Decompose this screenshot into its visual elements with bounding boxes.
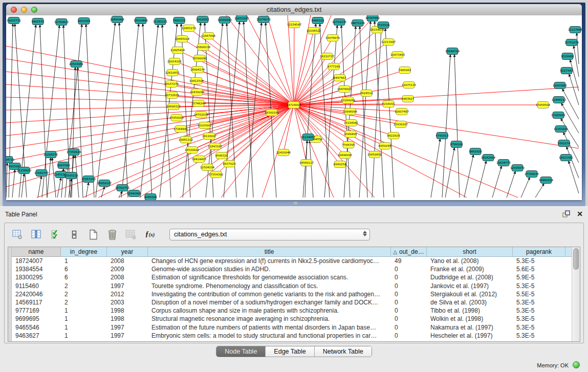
graph-edge[interactable] [569,74,579,105]
graph-node[interactable]: 9405572 [32,18,45,25]
graph-node[interactable]: 14962204 [539,177,553,184]
table-cell[interactable]: Dudbridge et al. (2008) [427,273,513,281]
table-cell[interactable]: 22420046 [12,290,61,298]
graph-edge[interactable] [294,25,294,105]
table-cell[interactable]: 1997 [107,332,148,340]
graph-edge[interactable] [570,60,579,91]
graph-node[interactable]: 15938167 [394,121,408,128]
table-row[interactable]: 1830029562008Estimation of significance … [12,273,572,281]
graph-edge[interactable] [6,163,7,198]
table-cell[interactable]: 6 [61,273,107,281]
column-header-year[interactable]: year [107,247,148,257]
graph-node[interactable]: 9777169 [328,63,340,70]
graph-node[interactable]: 15194942 [344,120,358,126]
graph-node[interactable]: 9245008 [144,194,157,201]
graph-edge[interactable] [535,184,544,198]
table-cell[interactable]: 2 [61,290,107,298]
table-cell[interactable]: Nakamura et al. (1997) [427,323,513,332]
graph-node[interactable]: 16520822 [185,147,199,154]
column-header-pagerank[interactable]: pagerank [513,247,565,257]
graph-node[interactable]: 3624514 [360,90,373,97]
graph-edge[interactable] [492,166,502,198]
graph-edge[interactable] [320,24,330,198]
table-cell[interactable]: 1 [61,307,107,315]
graph-node[interactable]: 19565014 [175,36,189,42]
graph-edge[interactable] [477,161,486,198]
graph-edge[interactable] [577,33,579,64]
graph-node[interactable]: 6791913 [436,133,449,139]
graph-node[interactable]: 12154547 [287,21,301,28]
graph-edge[interactable] [198,70,294,105]
table-cell[interactable]: 5.3E-5 [513,282,565,290]
graph-node[interactable]: 9862928 [469,148,482,155]
table-cell[interactable]: 0 [391,298,427,307]
table-row[interactable]: 1456911722003Disruption of a novel membe… [12,298,572,307]
graph-node[interactable]: 11156829 [17,167,31,174]
graph-node[interactable]: 12610651 [165,70,180,76]
graph-edge[interactable] [464,155,473,198]
graph-node[interactable]: 10196522 [307,28,321,34]
table-cell[interactable]: Structural magnetic resonance image aver… [148,315,391,323]
table-row[interactable]: 946554611997Estimation of the future num… [12,323,572,332]
graph-edge[interactable] [247,15,294,105]
graph-node[interactable]: 16904174 [190,67,205,73]
graph-node[interactable]: 20014181 [167,58,182,65]
table-cell[interactable]: 1998 [107,307,148,315]
graph-node[interactable]: 17957253 [81,176,96,183]
graph-node[interactable]: 18414403 [192,156,206,163]
table-cell[interactable]: de Silva et al. (2003) [427,298,513,307]
graph-node[interactable]: 15958504 [536,102,550,108]
graph-node[interactable]: 18724007 [287,102,301,108]
table-settings-icon[interactable] [12,229,23,240]
tab-network-table[interactable]: Network Table [315,346,372,357]
graph-edge[interactable] [140,25,158,198]
table-cell[interactable]: Yano et al. (2008) [427,257,513,265]
graph-node[interactable]: 20439296 [190,89,204,96]
table-cell[interactable]: 9115460 [12,282,61,290]
graph-node[interactable]: 12161821 [554,126,568,133]
graph-edge[interactable] [294,105,518,198]
table-cell[interactable]: 18724007 [12,257,61,265]
table-cell[interactable]: Stergiakouli et al. (2012) [427,290,513,298]
graph-node[interactable]: 10973493 [390,52,405,58]
graph-node[interactable]: 10193002 [198,122,212,129]
graph-node[interactable]: 16958107 [97,180,112,187]
graph-node[interactable]: 15076879 [325,35,340,41]
graph-node[interactable]: 6216091 [382,101,395,107]
table-cell[interactable]: 0 [391,273,427,281]
table-row[interactable]: 2242004622012Investigating the contribut… [12,290,572,298]
graph-node[interactable]: 10653287 [234,15,249,22]
table-cell[interactable]: 1 [61,315,107,323]
table-cell[interactable]: Genome-wide association studies in ADHD. [148,265,391,273]
function-icon[interactable]: ƒ(x) [144,229,156,240]
graph-node[interactable]: 10896095 [338,152,352,159]
table-row[interactable]: 1872400712008Changes of HCN gene express… [12,257,572,265]
table-cell[interactable]: 2009 [107,265,148,273]
table-row[interactable]: 1938455462009Genome-wide association stu… [12,265,572,273]
column-select-icon[interactable] [31,229,42,240]
table-cell[interactable]: 9465546 [12,323,61,332]
graph-node[interactable]: 8549495 [344,131,357,138]
graph-node[interactable]: 16210727 [320,53,334,60]
column-header-title[interactable]: title [148,247,391,257]
table-cell[interactable]: Disruption of a novel member of a sodium… [148,298,391,307]
graph-node[interactable]: 14671938 [351,20,365,27]
graph-node[interactable]: 9529966 [561,53,574,60]
graph-edge[interactable] [431,139,440,198]
graph-node[interactable]: 6799190 [450,141,463,148]
graph-node[interactable]: 16782753 [115,185,129,191]
graph-node[interactable]: 18015731 [7,17,21,24]
graph-edge[interactable] [101,187,104,198]
graph-node[interactable]: 15950004 [169,115,184,121]
table-cell[interactable]: 0 [391,290,427,298]
graph-node[interactable]: 11805404 [170,47,185,54]
table-row[interactable]: 946362711997Embryonic stem cells: a mode… [12,332,572,340]
graph-node[interactable]: 17942757 [34,170,49,177]
graph-edge[interactable] [6,72,294,105]
table-cell[interactable]: Wolkin et al. (1998) [427,315,513,323]
graph-node[interactable]: 10807487 [395,108,409,115]
graph-node[interactable]: 16648784 [445,48,460,55]
table-cell[interactable]: 9699695 [12,315,61,323]
float-window-icon[interactable] [562,210,571,217]
graph-edge[interactable] [507,171,515,198]
